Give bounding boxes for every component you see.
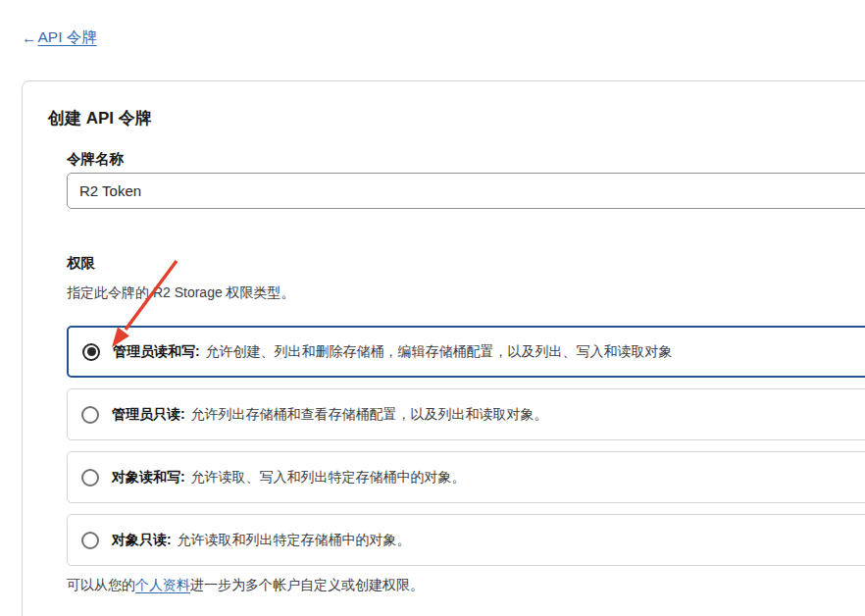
token-name-label: 令牌名称 bbox=[67, 150, 124, 169]
option-name: 对象只读: bbox=[112, 532, 172, 547]
profile-link[interactable]: 个人资料 bbox=[135, 577, 190, 592]
option-text: 对象读和写: 允许读取、写入和列出特定存储桶中的对象。 bbox=[112, 469, 466, 487]
token-name-input[interactable] bbox=[67, 173, 865, 209]
profile-note: 可以从您的个人资料进一步为多个帐户自定义或创建权限。 bbox=[67, 577, 424, 594]
permission-option-object-read-only[interactable]: 对象只读: 允许读取和列出特定存储桶中的对象。 bbox=[67, 514, 865, 566]
permission-options-group: 管理员读和写: 允许创建、列出和删除存储桶，编辑存储桶配置，以及列出、写入和读取… bbox=[67, 326, 865, 577]
option-text: 管理员读和写: 允许创建、列出和删除存储桶，编辑存储桶配置，以及列出、写入和读取… bbox=[113, 343, 673, 361]
option-text: 对象只读: 允许读取和列出特定存储桶中的对象。 bbox=[112, 532, 411, 549]
option-description: 允许列出存储桶和查看存储桶配置，以及列出和读取对象。 bbox=[191, 406, 548, 422]
back-link-label: API 令牌 bbox=[38, 27, 97, 48]
back-arrow-icon: ← bbox=[22, 29, 37, 47]
option-description: 允许创建、列出和删除存储桶，编辑存储桶配置，以及列出、写入和读取对象 bbox=[206, 343, 673, 359]
create-token-card: 创建 API 令牌 令牌名称 权限 指定此令牌的 R2 Storage 权限类型… bbox=[22, 80, 865, 616]
option-name: 对象读和写: bbox=[112, 469, 185, 485]
radio-checked-icon[interactable] bbox=[82, 343, 100, 361]
page-title: 创建 API 令牌 bbox=[48, 107, 152, 129]
option-text: 管理员只读: 允许列出存储桶和查看存储桶配置，以及列出和读取对象。 bbox=[112, 406, 548, 424]
permission-option-admin-read-only[interactable]: 管理员只读: 允许列出存储桶和查看存储桶配置，以及列出和读取对象。 bbox=[67, 388, 865, 440]
permission-option-admin-read-write[interactable]: 管理员读和写: 允许创建、列出和删除存储桶，编辑存储桶配置，以及列出、写入和读取… bbox=[67, 326, 865, 378]
note-prefix: 可以从您的 bbox=[67, 577, 135, 592]
option-name: 管理员读和写: bbox=[113, 343, 200, 359]
radio-unchecked-icon[interactable] bbox=[81, 532, 99, 549]
radio-unchecked-icon[interactable] bbox=[81, 469, 99, 487]
note-suffix: 进一步为多个帐户自定义或创建权限。 bbox=[190, 577, 424, 592]
radio-unchecked-icon[interactable] bbox=[81, 406, 99, 424]
option-name: 管理员只读: bbox=[112, 406, 185, 422]
permission-option-object-read-write[interactable]: 对象读和写: 允许读取、写入和列出特定存储桶中的对象。 bbox=[67, 451, 865, 503]
create-api-token-page: ←API 令牌 创建 API 令牌 令牌名称 权限 指定此令牌的 R2 Stor… bbox=[0, 0, 865, 616]
option-description: 允许读取、写入和列出特定存储桶中的对象。 bbox=[191, 469, 466, 485]
option-description: 允许读取和列出特定存储桶中的对象。 bbox=[178, 532, 411, 547]
permissions-description: 指定此令牌的 R2 Storage 权限类型。 bbox=[67, 284, 295, 302]
back-link[interactable]: ←API 令牌 bbox=[22, 27, 97, 48]
permissions-label: 权限 bbox=[67, 254, 95, 273]
